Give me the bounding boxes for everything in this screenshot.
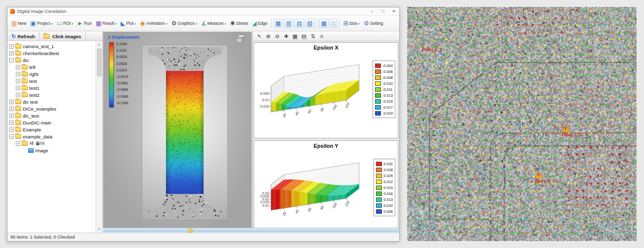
refresh-icon: ↻	[11, 33, 16, 40]
legend-row: -0.006	[375, 68, 393, 74]
legend-value: -0.015	[382, 99, 393, 104]
tree-item-4[interactable]: +right	[7, 70, 96, 77]
tree-expander-icon[interactable]: +	[16, 72, 20, 76]
legend-value: 0.013	[383, 197, 393, 202]
legend-color-chip	[375, 111, 381, 116]
close-button[interactable]: ✕	[388, 7, 399, 16]
toolbar-layout-6-button[interactable]: □	[329, 19, 337, 28]
annotation-2: Point 1_3	[562, 125, 582, 137]
toolbar-setting-button[interactable]: ⚙Setting	[362, 19, 385, 27]
zoom-in-icon[interactable]: ⊕	[265, 33, 272, 40]
tree-expander-icon[interactable]: +	[9, 107, 14, 111]
surface-plot-epsilon-x[interactable]	[256, 54, 367, 128]
refresh-button[interactable]: ↻ Refresh	[7, 32, 40, 41]
toolbar-stress-button[interactable]: ✱Stress	[228, 19, 250, 27]
tree-item-14[interactable]: −새 폴더	[7, 140, 96, 147]
toolbar-animation-button[interactable]: ◉Animation▾	[138, 19, 169, 27]
speckle-image-view[interactable]: Point 1_2Point 1_3Point 1_1	[407, 7, 637, 241]
tree-item-2[interactable]: −dic	[7, 57, 96, 63]
pan-icon[interactable]: ✚	[282, 33, 290, 40]
toolbar-run-button[interactable]: ►Run	[75, 19, 94, 27]
folder-icon	[22, 65, 28, 69]
tree-expander-icon[interactable]: −	[16, 141, 20, 146]
tree-item-6[interactable]: +test1	[7, 84, 96, 91]
tree-item-5[interactable]: +test	[7, 77, 96, 84]
toolbar-plot-button[interactable]: ◣Plot▾	[119, 19, 138, 27]
tree-item-7[interactable]: +test2	[7, 91, 96, 98]
scroll-up-icon[interactable]: ▲	[98, 41, 101, 48]
toolbar-new-button[interactable]: ▤New	[9, 19, 28, 27]
tree-expander-icon[interactable]: +	[16, 79, 20, 83]
measure-icon: ∡	[201, 20, 207, 26]
tree-expander-icon[interactable]: +	[9, 51, 14, 56]
menu-icon[interactable]: ≡	[318, 33, 325, 39]
legend-value: -0.006	[382, 69, 393, 74]
toolbar-roi-button[interactable]: ▭ROI▾	[54, 19, 75, 27]
folder-icon	[22, 72, 28, 76]
tree-expander-icon[interactable]: +	[9, 100, 14, 104]
scrollbar-thumb[interactable]	[97, 49, 102, 76]
image-viewer[interactable]: X Displacement 0.14340.11310.08290.05260…	[103, 32, 252, 228]
tree-expander-icon[interactable]: +	[16, 93, 20, 97]
legend-row: -0.008	[375, 74, 393, 80]
tree-item-10[interactable]: +dic_test	[7, 112, 96, 119]
toolbar-size-button[interactable]: ⊞Size▾	[341, 19, 362, 27]
tree-item-label: Image	[35, 148, 48, 153]
plot-legend: -0.004-0.006-0.008-0.010-0.011-0.013-0.0…	[373, 61, 395, 118]
tree-expander-icon[interactable]: +	[9, 121, 14, 125]
tree-item-13[interactable]: −example_data	[7, 133, 96, 140]
toolbar-layout-5-button[interactable]: ▦	[319, 19, 328, 28]
legend-color-chip	[376, 197, 382, 202]
chevron-down-icon: ▾	[166, 22, 167, 25]
toolbar-layout-4-button[interactable]: ▧	[305, 19, 315, 28]
toolbar-project-button[interactable]: ▣Project▾	[28, 19, 54, 27]
tree-item-8[interactable]: +dic test	[7, 98, 96, 105]
tree-expander-icon[interactable]: +	[16, 86, 20, 90]
tree-expander-icon[interactable]: +	[9, 127, 14, 132]
legend-color-chip	[375, 87, 381, 92]
sidebar-scrollbar[interactable]: ▲ ▼	[96, 41, 102, 233]
tree-item-12[interactable]: +Example	[7, 126, 96, 133]
animation-icon: ◉	[140, 20, 145, 26]
zoom-out-icon[interactable]: ⊖	[273, 33, 281, 40]
tree-expander-icon[interactable]: −	[9, 58, 14, 62]
main-toolbar: ▤New▣Project▾▭ROI▾►Run▦Result▾◣Plot▾◉Ani…	[7, 16, 399, 31]
tree-item-3[interactable]: +left	[7, 63, 96, 70]
tree-item-label: left	[29, 64, 36, 70]
plots-toolbar: ↖⊕⊖✚▦▤⇅≡	[253, 32, 399, 41]
folder-icon	[15, 58, 21, 62]
slider-fill	[104, 229, 399, 232]
tree-expander-icon[interactable]: +	[9, 114, 14, 118]
setting-icon: ⚙	[364, 20, 369, 26]
tree-item-1[interactable]: +checkerboardtest	[7, 50, 96, 57]
tree-expander-icon[interactable]: −	[9, 134, 14, 139]
toolbar-graphics-button[interactable]: ⚙Graphics▾	[169, 19, 199, 27]
toolbar-edge-button[interactable]: ◢Edge	[250, 19, 269, 27]
tree-expander-icon[interactable]: +	[16, 65, 20, 69]
plot-title: Epsilon Y	[254, 143, 398, 149]
frame-slider[interactable]	[103, 228, 399, 233]
toolbar-layout-2-button[interactable]: ▥	[284, 19, 293, 28]
toolbar-result-button[interactable]: ▦Result▾	[94, 19, 118, 27]
tree-item-9[interactable]: +DICe_examples	[7, 105, 96, 112]
scroll-down-icon[interactable]: ▼	[98, 226, 101, 233]
view-cube-gizmo[interactable]	[236, 35, 247, 45]
minimize-button[interactable]: –	[367, 7, 377, 16]
edge-icon: ◢	[252, 20, 257, 26]
maximize-button[interactable]: □	[377, 7, 388, 16]
toolbar-layout-1-button[interactable]: ▦	[273, 19, 283, 28]
tree-expander-icon[interactable]: +	[9, 44, 14, 49]
legend-color-chip	[375, 63, 381, 68]
surface-plot-epsilon-y[interactable]	[256, 152, 367, 226]
grid-icon[interactable]: ▦	[291, 33, 299, 40]
toolbar-layout-3-button[interactable]: ▤	[294, 19, 304, 28]
toolbar-measure-button[interactable]: ∡Measure▾	[199, 19, 228, 27]
tree-item-11[interactable]: +DuoDIC-main	[7, 119, 96, 126]
table-icon[interactable]: ▤	[300, 33, 308, 40]
swap-vertical-icon[interactable]: ⇅	[309, 33, 317, 40]
tree-item-0[interactable]: +camera_test_1	[7, 43, 96, 50]
tree-item-15[interactable]: +Image	[7, 147, 96, 154]
select-arrow-icon[interactable]: ↖	[256, 33, 263, 40]
legend-row: 0.010	[376, 202, 393, 208]
click-images-tab[interactable]: Click images	[40, 32, 86, 41]
